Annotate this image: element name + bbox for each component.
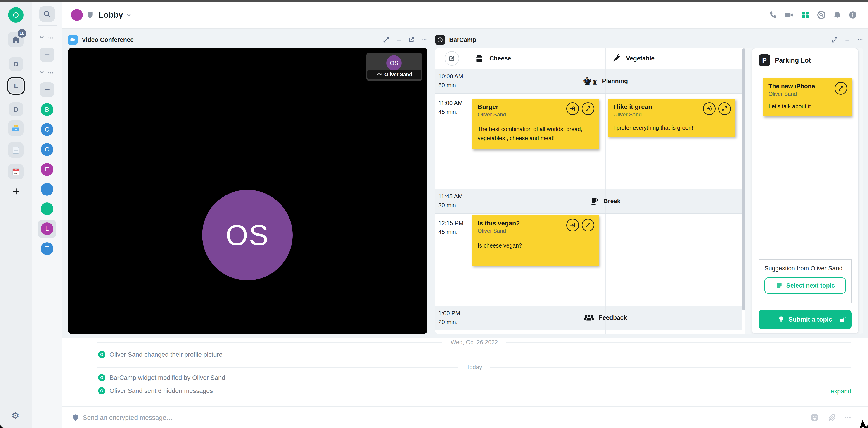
space-initial: D	[13, 60, 19, 68]
session-card-green[interactable]: I like it grean Oliver Sand I prefer eve…	[608, 99, 736, 137]
room-chevron-icon[interactable]	[126, 12, 132, 18]
room-list-rail: B C C E I I L T	[32, 2, 62, 428]
sender-avatar: O	[98, 374, 105, 381]
people-group-icon	[584, 314, 594, 321]
submit-topic-button[interactable]: Submit a topic	[758, 310, 852, 329]
space-item-d2[interactable]: D	[9, 102, 23, 116]
unlock-icon	[839, 316, 846, 323]
room-info-icon[interactable]	[848, 11, 857, 19]
ellipsis-icon[interactable]	[48, 34, 54, 40]
parking-icon: P	[758, 54, 770, 66]
room-avatar-b[interactable]: B	[41, 103, 53, 116]
room-avatar-l-selected[interactable]: L	[41, 222, 53, 235]
settings-gear-icon[interactable]: ⚙	[11, 410, 20, 421]
time-slot: 10:00 AM60 min.	[438, 72, 468, 90]
time-slot: 1:20 PM	[438, 332, 468, 334]
park-topic-button[interactable]	[703, 102, 716, 115]
expand-hidden-messages-link[interactable]: expand	[831, 388, 851, 395]
maximise-widget-icon[interactable]	[383, 36, 390, 43]
space-initial: D	[13, 106, 19, 113]
event-message[interactable]: O Oliver Sand changed their profile pict…	[98, 351, 222, 358]
space-item-d1[interactable]: D	[9, 57, 23, 71]
session-card-vegan[interactable]: Is this vegan? Oliver Sand Is cheese veg…	[472, 215, 599, 266]
create-space-button[interactable]	[11, 187, 21, 196]
space-item-calendar[interactable]: JUL17	[8, 164, 24, 179]
section-header-collapse[interactable]	[39, 69, 54, 75]
event-message[interactable]: O BarCamp widget modified by Oliver Sand	[98, 374, 225, 381]
search-in-room-icon[interactable]	[817, 10, 826, 20]
room-avatar-i1[interactable]: I	[41, 183, 53, 196]
room-avatar-i2[interactable]: I	[41, 202, 53, 215]
message-input[interactable]: Send an encrypted message…	[83, 414, 173, 422]
park-topic-button[interactable]	[566, 102, 579, 115]
room-avatar[interactable]: L	[71, 9, 83, 21]
space-item-archive[interactable]	[8, 120, 24, 136]
participant-avatar-large: OS	[202, 190, 293, 280]
add-room-button-1[interactable]	[40, 48, 54, 62]
session-card-burger[interactable]: Burger Oliver Sand The best combination …	[472, 99, 599, 149]
expand-topic-button[interactable]	[835, 82, 847, 95]
apps-grid-icon[interactable]	[801, 11, 810, 19]
parked-card-iphone[interactable]: The new iPhone Oliver Sand Let's talk ab…	[763, 78, 852, 116]
room-avatar-c1[interactable]: C	[41, 123, 53, 136]
section-header-collapse[interactable]	[39, 34, 54, 40]
attachment-paperclip-icon[interactable]	[827, 413, 836, 422]
select-next-topic-button[interactable]: Select next topic	[765, 277, 846, 294]
time-slot: 1:00 PM20 min.	[438, 309, 468, 326]
notepad-icon	[11, 145, 20, 154]
button-label: Submit a topic	[788, 316, 832, 323]
event-message[interactable]: O Oliver Sand sent 6 hidden messages	[98, 387, 213, 395]
grid-line	[435, 213, 742, 214]
column-header-vegetable: Vegetable	[605, 48, 742, 69]
minimise-widget-icon[interactable]	[395, 36, 402, 43]
popout-widget-icon[interactable]	[408, 36, 415, 43]
user-avatar[interactable]: O	[8, 7, 24, 23]
edit-pencil-icon	[448, 55, 455, 62]
park-topic-button[interactable]	[566, 219, 579, 231]
widget-drawer: Video Conference OS OS Oliver Sand	[62, 29, 868, 338]
expand-topic-button[interactable]	[582, 219, 594, 231]
room-avatar-t[interactable]: T	[41, 242, 53, 255]
time-slot: 11:45 AM30 min.	[438, 192, 468, 210]
svg-text:JUL: JUL	[14, 169, 18, 171]
participant-name: Oliver Sand	[384, 72, 412, 78]
schedule-scrollbar[interactable]	[742, 49, 745, 310]
expand-topic-button[interactable]	[582, 102, 594, 115]
edit-schedule-button[interactable]	[445, 51, 459, 66]
element-app: O 10 D L D JUL17	[0, 0, 868, 428]
date-separator: Today	[97, 364, 851, 371]
composer-more-icon[interactable]	[844, 413, 852, 422]
widget-menu-icon[interactable]	[857, 36, 864, 43]
common-event-label: Planning	[602, 78, 628, 85]
room-title[interactable]: Lobby	[99, 10, 123, 20]
search-icon	[43, 10, 51, 18]
event-text: BarCamp widget modified by Oliver Sand	[110, 374, 225, 381]
widget-menu-icon[interactable]	[421, 36, 428, 43]
common-event-feedback: Feedback	[469, 306, 742, 330]
maximise-widget-icon[interactable]	[831, 36, 838, 43]
sender-avatar: O	[98, 351, 105, 358]
space-item-l-selected[interactable]: L	[9, 79, 23, 93]
column-header-cheese: Cheese	[469, 48, 606, 69]
common-event-label: Break	[603, 198, 620, 205]
video-call-icon[interactable]	[784, 11, 794, 19]
space-item-notepad[interactable]	[8, 142, 24, 158]
emoji-picker-icon[interactable]	[810, 413, 819, 422]
add-room-button-2[interactable]	[40, 82, 54, 97]
window-corner	[0, 424, 4, 428]
common-event-end: End of the BarCamp	[469, 330, 742, 334]
moderator-crown-icon	[376, 72, 382, 77]
voice-call-icon[interactable]	[769, 11, 777, 19]
expand-topic-button[interactable]	[718, 102, 731, 115]
video-conference-icon	[68, 35, 78, 45]
video-stage[interactable]: OS OS Oliver Sand	[68, 48, 428, 334]
minimise-widget-icon[interactable]	[844, 36, 851, 43]
search-rooms-button[interactable]	[39, 6, 55, 22]
ellipsis-icon[interactable]	[48, 69, 54, 75]
notifications-bell-icon[interactable]	[833, 11, 841, 19]
participant-tile[interactable]: OS Oliver Sand	[366, 53, 422, 81]
common-event-break: Break	[469, 189, 742, 213]
room-avatar-e[interactable]: E	[41, 163, 53, 176]
column-label: Cheese	[489, 55, 511, 62]
room-avatar-c2[interactable]: C	[41, 143, 53, 156]
